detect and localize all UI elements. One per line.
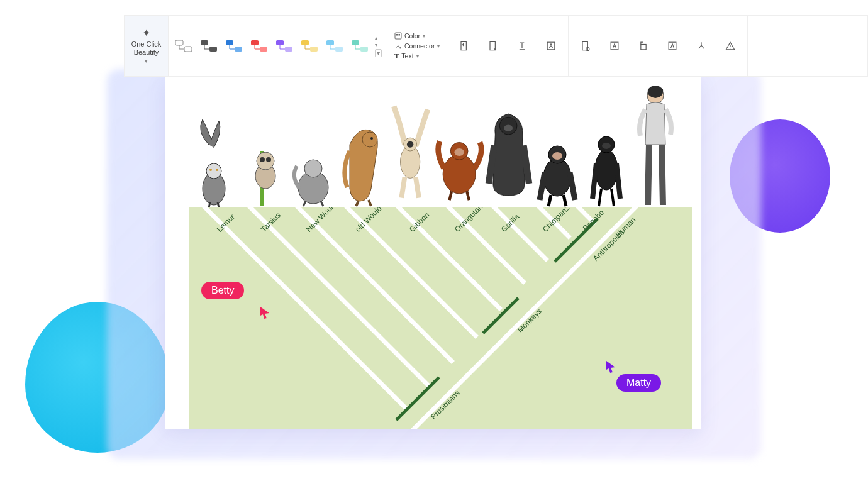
svg-line-59 bbox=[494, 207, 546, 259]
cursor-pointer-icon bbox=[605, 360, 618, 373]
text-style-dropdown[interactable]: T Text ▾ bbox=[392, 52, 442, 60]
svg-rect-10 bbox=[301, 40, 309, 45]
page-add-tool-button[interactable] bbox=[572, 33, 599, 59]
svg-point-26 bbox=[209, 169, 212, 171]
svg-point-35 bbox=[362, 132, 377, 147]
tarsius-illustration bbox=[239, 126, 288, 207]
svg-rect-18 bbox=[399, 34, 401, 36]
svg-point-39 bbox=[407, 141, 413, 147]
theme-expand-button[interactable]: ▾ bbox=[375, 49, 382, 57]
theme-swatch-lightblue[interactable] bbox=[323, 36, 346, 55]
svg-point-48 bbox=[595, 150, 618, 190]
theme-swatch-dark[interactable] bbox=[198, 36, 220, 55]
primate-illustrations-row bbox=[165, 77, 701, 207]
theme-swatch-gray[interactable] bbox=[172, 36, 195, 55]
cursor-pointer-icon bbox=[259, 306, 272, 319]
fill-tool-button[interactable] bbox=[451, 33, 477, 59]
svg-line-55 bbox=[298, 207, 452, 361]
svg-point-44 bbox=[504, 124, 513, 131]
bonobo-illustration bbox=[582, 113, 632, 207]
page-tools-group-2 bbox=[569, 16, 748, 76]
chevron-down-icon[interactable]: ▾ bbox=[375, 42, 382, 48]
collaborator-name: Matty bbox=[616, 374, 661, 392]
svg-rect-7 bbox=[260, 47, 267, 52]
svg-point-47 bbox=[552, 152, 562, 160]
svg-point-25 bbox=[206, 163, 221, 179]
text-icon: T bbox=[394, 52, 399, 60]
svg-rect-6 bbox=[251, 40, 259, 45]
collaborator-name: Betty bbox=[201, 282, 244, 299]
toolbar: ✦ One Click Beautify ▾ ▴ bbox=[124, 15, 868, 77]
svg-point-31 bbox=[260, 157, 265, 162]
beautify-label-1: One Click bbox=[131, 40, 162, 48]
svg-rect-8 bbox=[276, 40, 284, 45]
svg-rect-4 bbox=[226, 40, 233, 45]
svg-point-45 bbox=[543, 158, 571, 196]
sparkle-icon: ✦ bbox=[142, 27, 150, 39]
theme-swatch-red[interactable] bbox=[248, 36, 270, 55]
shape-rotate-tool-button[interactable] bbox=[630, 33, 657, 59]
theme-swatch-teal[interactable] bbox=[348, 36, 371, 55]
text-box-tool-button[interactable] bbox=[538, 33, 564, 59]
page-corner-tool-button[interactable] bbox=[480, 33, 506, 59]
svg-point-34 bbox=[304, 160, 322, 177]
svg-point-40 bbox=[443, 154, 476, 193]
warning-tool-button[interactable] bbox=[717, 33, 743, 59]
svg-rect-15 bbox=[360, 47, 368, 52]
collaborator-cursor-matty: Matty bbox=[616, 374, 661, 392]
theme-swatch-blue[interactable] bbox=[223, 36, 245, 55]
svg-rect-11 bbox=[310, 47, 318, 52]
svg-point-30 bbox=[257, 152, 274, 170]
svg-rect-12 bbox=[326, 40, 334, 45]
connector-label: Connector bbox=[404, 42, 435, 50]
svg-rect-14 bbox=[352, 40, 359, 45]
chevron-down-icon: ▾ bbox=[145, 58, 148, 65]
palette-icon bbox=[394, 32, 402, 40]
text-underline-tool-button[interactable] bbox=[509, 33, 535, 59]
style-dropdowns-group: Color ▾ Connector ▾ T Text ▾ bbox=[387, 16, 447, 76]
svg-rect-17 bbox=[396, 34, 398, 36]
svg-point-42 bbox=[454, 148, 464, 156]
text-box-alt-tool-button[interactable] bbox=[659, 33, 686, 59]
svg-rect-22 bbox=[641, 45, 646, 50]
page-tools-group bbox=[447, 16, 569, 76]
text-box-tool2-button[interactable] bbox=[601, 33, 628, 59]
chimpanzee-illustration bbox=[533, 119, 582, 207]
tree-tool-button[interactable] bbox=[688, 33, 715, 59]
svg-point-50 bbox=[602, 143, 611, 149]
svg-rect-3 bbox=[209, 47, 217, 52]
color-dropdown[interactable]: Color ▾ bbox=[392, 31, 442, 40]
theme-swatches-group: ▴ ▾ ▾ bbox=[169, 16, 387, 76]
svg-line-52 bbox=[340, 207, 635, 429]
svg-point-36 bbox=[370, 137, 373, 140]
orangutan-illustration bbox=[435, 113, 484, 207]
gorilla-illustration bbox=[484, 94, 533, 207]
svg-point-32 bbox=[266, 157, 271, 162]
svg-rect-9 bbox=[285, 47, 292, 52]
svg-rect-1 bbox=[184, 47, 192, 52]
beautify-label-2: Beautify bbox=[134, 48, 159, 57]
text-label: Text bbox=[401, 52, 413, 60]
collaborator-cursor-betty: Betty bbox=[201, 282, 244, 299]
gibbon-illustration bbox=[386, 94, 435, 207]
theme-swatch-purple[interactable] bbox=[273, 36, 296, 55]
chevron-up-icon[interactable]: ▴ bbox=[375, 35, 382, 41]
svg-point-27 bbox=[216, 169, 218, 171]
connector-dropdown[interactable]: Connector ▾ bbox=[392, 41, 442, 50]
human-illustration bbox=[632, 82, 681, 207]
svg-rect-5 bbox=[235, 47, 242, 52]
svg-rect-2 bbox=[201, 40, 208, 45]
one-click-beautify-button[interactable]: ✦ One Click Beautify ▾ bbox=[125, 16, 169, 76]
connector-icon bbox=[394, 42, 402, 50]
svg-rect-16 bbox=[395, 33, 401, 39]
theme-swatch-yellow[interactable] bbox=[298, 36, 321, 55]
color-label: Color bbox=[404, 32, 420, 40]
lemur-illustration bbox=[190, 113, 239, 207]
svg-rect-0 bbox=[175, 40, 183, 45]
new-world-monkey-illustration bbox=[288, 132, 337, 207]
svg-line-54 bbox=[250, 207, 428, 385]
svg-rect-13 bbox=[335, 47, 343, 52]
old-world-monkey-illustration bbox=[337, 113, 386, 207]
